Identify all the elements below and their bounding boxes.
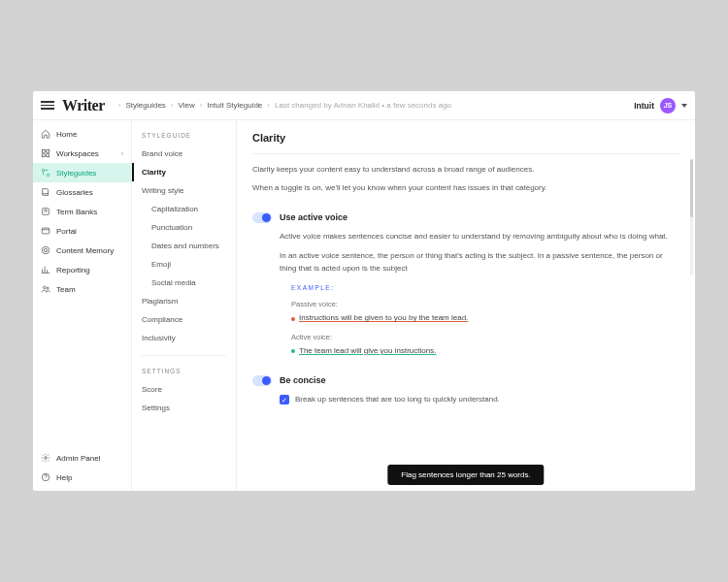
app-body: Home Workspaces › Styleguides Glossaries [33, 120, 695, 491]
subnav-item[interactable]: Capitalization [132, 200, 236, 218]
svg-rect-3 [47, 154, 50, 157]
sidebar-item-reporting[interactable]: Reporting [33, 260, 131, 279]
subnav-item[interactable]: Clarity [132, 163, 236, 181]
sidebar: Home Workspaces › Styleguides Glossaries [33, 120, 132, 491]
avatar[interactable]: JS [660, 98, 676, 113]
sidebar-item-label: Workspaces [56, 149, 99, 158]
sidebar-item-label: Admin Panel [56, 454, 100, 463]
memory-icon [41, 245, 50, 255]
dot-green-icon [291, 349, 295, 353]
sidebar-item-help[interactable]: Help [33, 468, 131, 487]
divider [142, 355, 226, 356]
sidebar-item-label: Glossaries [56, 188, 93, 197]
subnav-item[interactable]: Score [132, 380, 236, 399]
subnav-item[interactable]: Punctuation [132, 218, 236, 237]
hamburger-menu-icon[interactable] [41, 101, 54, 110]
breadcrumb: › Styleguides › View › Intuit Styleguide… [118, 101, 451, 110]
subnav-item[interactable]: Emoji [132, 255, 236, 274]
divider [252, 153, 679, 154]
svg-point-4 [42, 169, 45, 172]
svg-point-10 [44, 286, 47, 289]
grid-icon [41, 148, 50, 158]
subnav-item[interactable]: Compliance [132, 310, 236, 329]
portal-icon [41, 226, 50, 236]
chevron-right-icon: › [121, 150, 123, 157]
subnav-heading-styleguide: STYLEGUIDE [132, 128, 236, 145]
styleguide-icon [41, 168, 50, 178]
active-example-text: The team lead will give you instructions… [299, 345, 436, 358]
subnav-item[interactable]: Writing style [132, 181, 236, 200]
subnav-item[interactable]: Brand voice [132, 145, 236, 163]
svg-rect-2 [42, 154, 45, 157]
sidebar-item-label: Reporting [56, 266, 90, 275]
example-label: EXAMPLE: [291, 283, 679, 293]
page-title: Clarity [252, 132, 679, 144]
subnav-item[interactable]: Social media [132, 274, 236, 292]
sidebar-item-label: Help [56, 473, 72, 482]
topbar: Writer › Styleguides › View › Intuit Sty… [33, 91, 695, 120]
toggle-active-voice[interactable] [252, 212, 272, 223]
book-icon [41, 187, 50, 197]
section-title: Be concise [280, 375, 326, 385]
svg-rect-7 [42, 228, 50, 234]
section-paragraph: In an active voice sentence, the person … [280, 250, 679, 275]
termbank-icon [41, 207, 50, 216]
intro-text: When a toggle is on, we'll let you know … [252, 182, 679, 195]
sidebar-item-home[interactable]: Home [33, 124, 131, 144]
section-title: Use active voice [280, 212, 347, 222]
subnav: STYLEGUIDE Brand voice Clarity Writing s… [132, 120, 237, 491]
svg-point-9 [44, 248, 47, 251]
sidebar-item-team[interactable]: Team [33, 279, 131, 299]
section-active-voice: Use active voice Active voice makes sent… [252, 212, 679, 358]
subnav-item[interactable]: Settings [132, 399, 236, 417]
tooltip: Flag sentences longer than 25 words. [387, 465, 544, 485]
sidebar-item-label: Content Memory [56, 246, 114, 255]
sidebar-item-label: Portal [56, 227, 77, 236]
sidebar-item-label: Term Banks [56, 208, 97, 216]
sidebar-item-contentmemory[interactable]: Content Memory [33, 241, 131, 260]
section-paragraph: Active voice makes sentences concise and… [280, 231, 679, 243]
chevron-down-icon[interactable] [681, 104, 687, 108]
sidebar-item-glossaries[interactable]: Glossaries [33, 182, 131, 202]
sidebar-item-label: Team [56, 285, 76, 294]
breadcrumb-item[interactable]: Intuit Styleguide [207, 101, 262, 110]
sidebar-item-label: Home [56, 130, 77, 139]
svg-point-8 [42, 246, 50, 254]
dot-red-icon [291, 317, 295, 321]
chart-icon [41, 265, 50, 275]
breadcrumb-item[interactable]: View [179, 101, 195, 110]
sidebar-item-label: Styleguides [56, 169, 96, 178]
breadcrumb-item[interactable]: Styleguides [125, 101, 165, 110]
active-label: Active voice: [291, 332, 679, 343]
subnav-item[interactable]: Inclusivity [132, 329, 236, 347]
checkbox-breakup-sentences[interactable]: ✓ [280, 395, 289, 404]
checkbox-label: Break up sentences that are too long to … [295, 394, 500, 406]
svg-rect-0 [42, 149, 45, 152]
subnav-item[interactable]: Dates and numbers [132, 237, 236, 255]
passive-label: Passive voice: [291, 299, 679, 310]
gear-icon [41, 453, 50, 463]
sidebar-item-portal[interactable]: Portal [33, 221, 131, 241]
home-icon [41, 129, 50, 139]
team-icon [41, 284, 50, 294]
org-name: Intuit [634, 101, 654, 111]
sidebar-item-adminpanel[interactable]: Admin Panel [33, 448, 131, 468]
sidebar-item-termbanks[interactable]: Term Banks [33, 202, 131, 221]
logo[interactable]: Writer [62, 97, 105, 114]
passive-example-text: Instructions will be given to you by the… [299, 312, 468, 325]
svg-rect-1 [47, 149, 50, 152]
subnav-item[interactable]: Plagiarism [132, 292, 236, 310]
sidebar-item-workspaces[interactable]: Workspaces › [33, 144, 131, 163]
sidebar-item-styleguides[interactable]: Styleguides [33, 163, 131, 182]
help-icon [41, 472, 50, 482]
app-window: Writer › Styleguides › View › Intuit Sty… [33, 91, 695, 491]
last-changed-text: Last changed by Adnan Khalid • a few sec… [275, 101, 451, 110]
toggle-be-concise[interactable] [252, 375, 272, 386]
scrollbar[interactable] [690, 159, 693, 275]
intro-text: Clarity keeps your content easy to under… [252, 164, 679, 177]
section-be-concise: Be concise ✓ Break up sentences that are… [252, 375, 679, 406]
svg-point-12 [45, 457, 48, 460]
main-pane: Clarity Clarity keeps your content easy … [237, 120, 695, 491]
svg-point-5 [47, 174, 50, 177]
subnav-heading-settings: SETTINGS [132, 364, 236, 380]
